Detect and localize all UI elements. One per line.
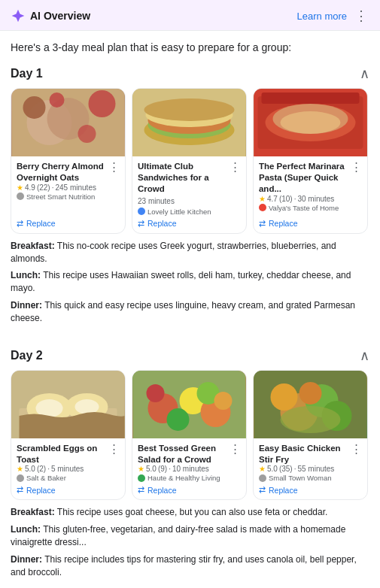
svg-point-17 [280, 111, 340, 134]
day-2-card-2-menu-button[interactable]: ⋮ [351, 443, 362, 454]
day-2-card-1-menu-button[interactable]: ⋮ [230, 443, 241, 454]
time-value: 55 minutes [297, 465, 334, 473]
day-2-card-2-source: Small Town Woman [259, 474, 362, 482]
source-name: Salt & Baker [26, 474, 66, 482]
day-1-meal-2-label: Dinner: [11, 300, 42, 311]
review-count: (10) [279, 195, 293, 203]
review-count: (35) [279, 465, 293, 473]
food-image-svg [254, 89, 367, 156]
star-icon: ★ [259, 195, 266, 203]
source-name: Lovely Little Kitchen [147, 208, 211, 216]
svg-point-29 [166, 408, 189, 431]
day-1-card-2-source: Valya's Taste of Home [259, 204, 362, 212]
day-1-card-2: The Perfect Marinara Pasta (Super Quick … [253, 88, 368, 234]
day-1-card-0-body: Berry Cherry Almond Overnight Oats ⋮ ★ 4… [11, 156, 125, 233]
day-1-meals-desc: Breakfast: This no-cook recipe uses Gree… [0, 234, 380, 332]
day-1-title: Day 1 [11, 67, 43, 80]
day-1-card-1-time: 23 minutes [138, 196, 241, 207]
star-icon: ★ [17, 465, 23, 473]
separator: · [47, 465, 50, 473]
source-icon [138, 208, 145, 215]
svg-point-5 [78, 125, 96, 143]
day-2-meal-1-label: Lunch: [11, 524, 41, 535]
day-2-card-1-image [132, 371, 246, 438]
day-1-cards-row: Berry Cherry Almond Overnight Oats ⋮ ★ 4… [0, 88, 380, 234]
day-2-card-2-image [254, 371, 367, 438]
source-name: Small Town Woman [269, 474, 332, 482]
replace-label: Replace [269, 486, 298, 495]
review-count: (22) [37, 183, 50, 192]
day-1-collapse-button[interactable]: ∧ [360, 65, 369, 82]
day-1-card-2-replace-button[interactable]: ⇄ Replace [259, 216, 362, 230]
svg-rect-18 [261, 92, 359, 104]
day-2-card-1: Best Tossed Green Salad for a Crowd ⋮ ★ … [132, 370, 247, 501]
day-2-card-1-source: Haute & Healthy Living [138, 474, 241, 482]
ai-gem-icon [11, 8, 26, 23]
star-icon: ★ [259, 465, 266, 473]
source-icon [259, 204, 266, 211]
day-2-section: Day 2 ∧ Scrambled Eggs on Toast ⋮ [0, 340, 380, 588]
rating-value: 4.9 [25, 183, 35, 192]
day-2-card-1-replace-button[interactable]: ⇄ Replace [138, 482, 241, 496]
day-2-card-2-replace-button[interactable]: ⇄ Replace [259, 482, 362, 496]
svg-point-38 [299, 382, 321, 405]
source-icon [259, 474, 266, 482]
day-1-card-2-rating: ★ 4.7 (10) · 30 minutes [259, 195, 362, 203]
food-image-svg [11, 89, 125, 156]
source-name: Valya's Taste of Home [269, 204, 339, 212]
day-2-meal-2-label: Dinner: [11, 554, 42, 565]
day-1-card-1-source: Lovely Little Kitchen [138, 208, 241, 216]
day-1-meal-1-label: Lunch: [11, 270, 41, 280]
review-count: (9) [158, 465, 167, 473]
day-1-card-1-title-row: Ultimate Club Sandwiches for a Crowd ⋮ [138, 161, 241, 195]
source-icon [17, 192, 24, 200]
day-2-meal-0: Breakfast: This recipe uses goat cheese,… [11, 506, 369, 519]
separator: · [169, 465, 171, 473]
day-1-card-1: Ultimate Club Sandwiches for a Crowd ⋮ 2… [132, 88, 247, 234]
day-2-card-2-title: Easy Basic Chicken Stir Fry [259, 443, 349, 465]
day-1-card-0-title-row: Berry Cherry Almond Overnight Oats ⋮ [17, 161, 120, 183]
day-1-card-1-replace-button[interactable]: ⇄ Replace [138, 216, 241, 230]
day-2-card-0-replace-button[interactable]: ⇄ Replace [17, 482, 120, 496]
day-1-card-0-replace-button[interactable]: ⇄ Replace [17, 216, 120, 230]
day-1-card-2-menu-button[interactable]: ⋮ [351, 161, 362, 172]
day-2-card-0-image [11, 371, 125, 438]
svg-point-39 [280, 406, 340, 433]
header-left: AI Overview [11, 8, 90, 23]
day-2-card-1-title: Best Tossed Green Salad for a Crowd [138, 443, 228, 465]
day-2-collapse-button[interactable]: ∧ [360, 347, 369, 364]
rating-value: 5.0 [25, 465, 35, 473]
food-image-svg [132, 89, 246, 156]
day-2-card-0-menu-button[interactable]: ⋮ [108, 443, 120, 454]
day-2-meal-0-label: Breakfast: [11, 507, 55, 517]
day-2-card-0-title: Scrambled Eggs on Toast [17, 443, 107, 465]
day-1-meal-0: Breakfast: This no-cook recipe uses Gree… [11, 240, 369, 265]
day-1-meal-1-desc: This recipe uses Hawaiian sweet rolls, d… [11, 270, 351, 293]
replace-icon: ⇄ [138, 219, 144, 229]
day-1-card-0-menu-button[interactable]: ⋮ [108, 161, 120, 172]
day-2-card-1-body: Best Tossed Green Salad for a Crowd ⋮ ★ … [132, 438, 246, 500]
day-2-card-0-title-row: Scrambled Eggs on Toast ⋮ [17, 443, 120, 465]
day-2-card-1-title-row: Best Tossed Green Salad for a Crowd ⋮ [138, 443, 241, 465]
header-menu-button[interactable]: ⋮ [353, 8, 369, 24]
day-1-card-0-source: Street Smart Nutrition [17, 192, 120, 201]
day-1-card-1-menu-button[interactable]: ⋮ [230, 161, 241, 172]
header-title: AI Overview [30, 10, 90, 22]
day-1-meal-0-desc: This no-cook recipe uses Greek yogurt, s… [11, 241, 336, 264]
day-1-meal-0-label: Breakfast: [11, 241, 55, 251]
day-1-card-0-image [11, 89, 125, 156]
day-1-card-1-title: Ultimate Club Sandwiches for a Crowd [138, 161, 228, 195]
day-2-meal-2: Dinner: This recipe includes tips for ma… [11, 553, 369, 579]
day-2-meal-0-desc: This recipe uses goat cheese, but you ca… [57, 507, 328, 517]
day-2-header: Day 2 ∧ [0, 340, 380, 370]
replace-icon: ⇄ [17, 485, 23, 495]
learn-more-link[interactable]: Learn more [297, 11, 347, 22]
svg-point-6 [49, 92, 64, 108]
intro-text: Here's a 3-day meal plan that is easy to… [0, 31, 380, 58]
rating-value: 5.0 [267, 465, 278, 473]
day-1-section: Day 1 ∧ Berry Cherry Almond Overnig [0, 58, 380, 340]
svg-point-31 [146, 384, 164, 402]
replace-label: Replace [147, 219, 177, 228]
day-2-card-0-source: Salt & Baker [17, 474, 120, 482]
source-name: Haute & Healthy Living [147, 474, 220, 482]
